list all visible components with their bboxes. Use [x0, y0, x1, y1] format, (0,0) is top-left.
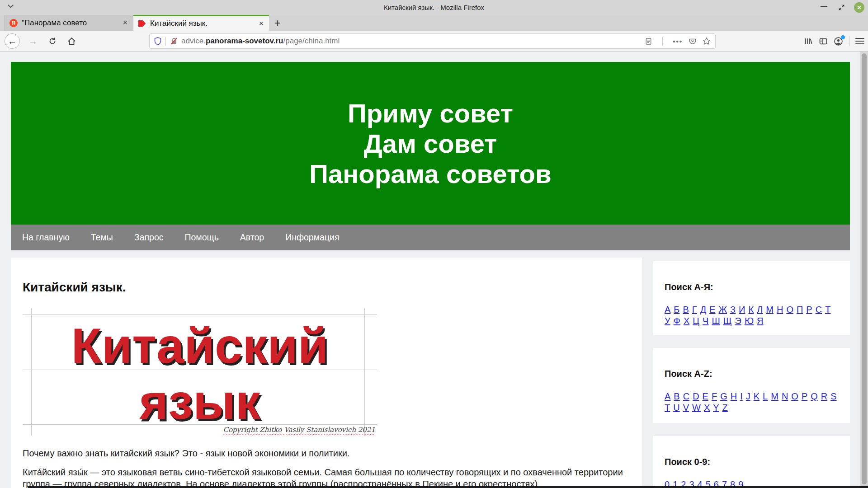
letter-link[interactable]: L — [763, 391, 768, 401]
nav-link[interactable]: Запрос — [134, 232, 164, 243]
page-title: Китайский язык. — [23, 258, 630, 295]
section-title: Поиск А-Я: — [665, 261, 839, 292]
letter-link[interactable]: J — [746, 391, 750, 401]
letter-link[interactable]: S — [830, 391, 836, 401]
letter-link[interactable]: N — [782, 391, 788, 401]
account-notification-dot — [841, 35, 845, 39]
tab-close-icon[interactable]: × — [258, 19, 264, 28]
letter-link[interactable]: З — [730, 305, 736, 314]
window-title: Китайский язык. - Mozilla Firefox — [0, 4, 868, 11]
letter-link[interactable]: Е — [709, 305, 715, 314]
account-icon[interactable] — [834, 37, 843, 46]
letter-link[interactable]: V — [683, 403, 689, 413]
navigation-toolbar: ← → advice.panorama-sovetov.ru/page/chin… — [0, 31, 868, 52]
letter-link[interactable]: I — [740, 391, 743, 401]
image-guide-line — [23, 314, 377, 315]
letter-link[interactable]: D — [693, 391, 699, 401]
reader-mode-icon[interactable] — [645, 38, 652, 45]
letter-link[interactable]: Y — [713, 403, 719, 413]
letter-link[interactable]: X — [704, 403, 710, 413]
letter-link[interactable]: Ф — [674, 316, 680, 326]
tab-close-icon[interactable]: × — [122, 18, 128, 28]
letter-link[interactable]: Э — [735, 316, 741, 326]
letter-link[interactable]: P — [802, 391, 807, 401]
letter-link[interactable]: H — [731, 391, 737, 401]
nav-link[interactable]: Автор — [240, 232, 264, 243]
titlebar[interactable]: Китайский язык. - Mozilla Firefox — ✕ — [0, 0, 868, 15]
toolbar-right-icons — [804, 33, 864, 49]
nav-link[interactable]: Темы — [91, 232, 113, 243]
letter-link[interactable]: И — [739, 305, 745, 314]
letter-link[interactable]: Q — [811, 391, 818, 401]
letter-row: УФХЦЧШЩЭЮЯ — [665, 316, 839, 326]
letter-link[interactable]: К — [748, 305, 754, 314]
site-banner: Приму совет Дам совет Панорама советов — [11, 62, 850, 225]
letter-link[interactable]: Н — [777, 305, 783, 314]
home-button[interactable] — [64, 33, 79, 49]
url-subdomain: advice. — [181, 37, 206, 45]
letter-link[interactable]: М — [766, 305, 774, 314]
letter-link[interactable]: C — [683, 391, 689, 401]
letter-link[interactable]: Ц — [693, 316, 699, 326]
new-tab-button[interactable]: + — [269, 15, 286, 31]
letter-link[interactable]: Ж — [719, 305, 727, 314]
sidebar-toggle-icon[interactable] — [819, 37, 828, 46]
letter-link[interactable]: О — [786, 305, 793, 314]
letter-link[interactable]: С — [816, 305, 822, 314]
minimize-button[interactable]: — — [819, 2, 829, 13]
url-bar[interactable]: advice.panorama-sovetov.ru/page/china.ht… — [149, 33, 716, 49]
tab-panorama-sovetov[interactable]: Я "Панорама совето × — [5, 15, 133, 31]
nav-link[interactable]: Информация — [285, 232, 339, 243]
letter-link[interactable]: K — [754, 391, 760, 401]
back-button[interactable]: ← — [5, 33, 20, 49]
letter-link[interactable]: W — [692, 403, 701, 413]
insecure-lock-icon[interactable] — [170, 37, 178, 45]
letter-link[interactable]: П — [797, 305, 803, 314]
letter-link[interactable]: G — [720, 391, 727, 401]
letter-link[interactable]: В — [683, 305, 689, 314]
letter-link[interactable]: Р — [806, 305, 812, 314]
letter-link[interactable]: B — [674, 391, 679, 401]
pocket-icon[interactable] — [689, 37, 697, 45]
letter-link[interactable]: A — [665, 391, 670, 401]
letter-link[interactable]: Ч — [703, 316, 708, 326]
letter-link[interactable]: Z — [722, 403, 728, 413]
reload-button[interactable] — [45, 33, 60, 49]
close-button[interactable]: ✕ — [854, 2, 864, 13]
forward-button[interactable]: → — [25, 33, 41, 49]
article-paragraph: Почему важно знать китайский язык? Это -… — [23, 447, 630, 459]
page-actions-icon[interactable]: ••• — [673, 38, 683, 45]
chevron-down-icon[interactable] — [7, 4, 14, 8]
letter-link[interactable]: Л — [757, 305, 763, 314]
tab-china-active[interactable]: Китайский язык. × — [133, 15, 269, 31]
letter-link[interactable]: R — [821, 391, 827, 401]
maximize-button[interactable] — [836, 2, 847, 13]
menu-hamburger-icon[interactable] — [855, 38, 864, 44]
letter-link[interactable]: Ш — [712, 316, 720, 326]
tracking-protection-shield-icon[interactable] — [154, 37, 161, 45]
letter-link[interactable]: Я — [757, 316, 763, 326]
vertical-scrollbar[interactable] — [860, 52, 868, 488]
nav-link[interactable]: Помощь — [184, 232, 218, 243]
scrollbar-thumb[interactable] — [862, 53, 867, 484]
library-icon[interactable] — [804, 37, 813, 46]
letter-link[interactable]: Т — [825, 305, 830, 314]
url-text[interactable]: advice.panorama-sovetov.ru/page/china.ht… — [181, 37, 645, 46]
bookmark-star-icon[interactable] — [703, 37, 711, 45]
letter-link[interactable]: Х — [684, 316, 689, 326]
letter-link[interactable]: E — [703, 391, 708, 401]
letter-link[interactable]: F — [712, 391, 717, 401]
letter-link[interactable]: M — [771, 391, 778, 401]
nav-link[interactable]: На главную — [22, 232, 70, 243]
letter-link[interactable]: T — [665, 403, 670, 413]
letter-link[interactable]: Б — [674, 305, 679, 314]
letter-link[interactable]: Ю — [745, 316, 754, 326]
search-cyrillic-card: Поиск А-Я: АБВГДЕЖЗИКЛМНОПРСТУФХЦЧШЩЭЮЯ — [653, 261, 850, 335]
letter-link[interactable]: Г — [692, 305, 697, 314]
letter-link[interactable]: U — [673, 403, 679, 413]
letter-link[interactable]: O — [791, 391, 798, 401]
letter-link[interactable]: Щ — [723, 316, 732, 326]
letter-link[interactable]: У — [665, 316, 670, 326]
letter-link[interactable]: А — [665, 305, 670, 314]
letter-link[interactable]: Д — [700, 305, 707, 314]
